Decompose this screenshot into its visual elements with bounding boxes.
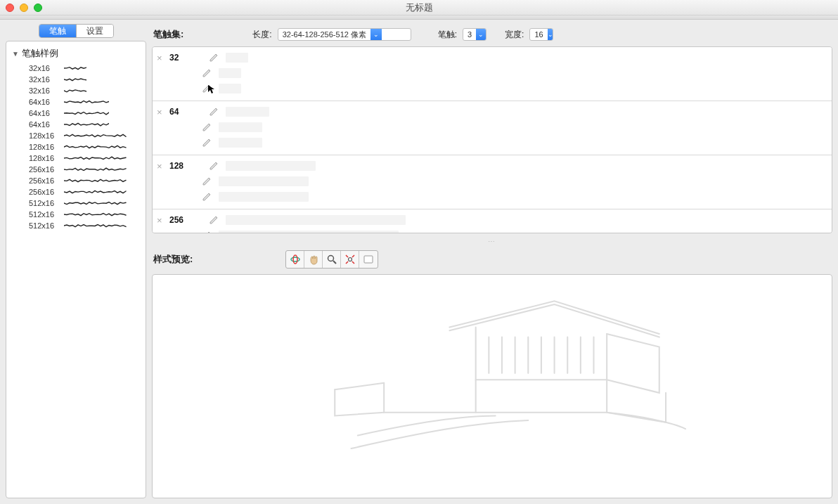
pencil-icon[interactable] — [202, 231, 212, 233]
stroke-bar[interactable] — [226, 215, 406, 225]
panel-resizer[interactable]: ⋯ — [152, 238, 832, 243]
pencil-icon[interactable] — [209, 107, 219, 117]
stroke-row[interactable] — [157, 81, 827, 96]
stroke-group-header: ×32 — [157, 51, 202, 65]
stroke-sample-row[interactable]: 128x16 — [9, 141, 143, 153]
svg-point-0 — [291, 257, 299, 261]
stroke-sample-row[interactable]: 512x16 — [9, 220, 143, 231]
pan-tool-button[interactable] — [304, 251, 323, 268]
stroke-sample-row[interactable]: 32x16 — [9, 85, 143, 96]
blank-tool-button[interactable] — [359, 251, 378, 268]
stroke-row[interactable] — [157, 119, 827, 135]
svg-point-1 — [293, 255, 297, 264]
stroke-sample-row[interactable]: 64x16 — [9, 108, 143, 119]
preview-header: 样式预览: — [152, 247, 832, 270]
stroke-sample-row[interactable]: 64x16 — [9, 119, 143, 130]
stroke-sample-row[interactable]: 128x16 — [9, 153, 143, 164]
stroke-bar[interactable] — [219, 68, 241, 78]
stroke-sample-row[interactable]: 64x16 — [9, 96, 143, 108]
stroke-group-header: ×128 — [157, 159, 202, 173]
length-select[interactable]: 32-64-128-256-512 像素 ⌄ — [278, 28, 411, 41]
stroke-bar[interactable] — [219, 176, 309, 186]
strokes-panel[interactable]: ×32×64×128×256 — [152, 46, 832, 233]
stroke-samples-title: 笔触样例 — [22, 47, 58, 60]
svg-point-4 — [348, 258, 352, 261]
pencil-icon[interactable] — [202, 192, 212, 202]
stroke-row[interactable] — [157, 174, 827, 189]
chevron-down-icon: ⌄ — [548, 29, 553, 40]
stroke-sample-row[interactable]: 32x16 — [9, 63, 143, 74]
sample-label: 512x16 — [29, 221, 60, 230]
stroke-row[interactable] — [157, 228, 827, 233]
stroke-bar[interactable] — [226, 107, 269, 117]
stroke-bar[interactable] — [226, 53, 248, 63]
zoom-extents-button[interactable] — [341, 251, 359, 268]
stroke-swatch — [64, 111, 109, 115]
pencil-icon[interactable] — [202, 68, 212, 78]
tab-stroke[interactable]: 笔触 — [39, 25, 76, 37]
pencil-icon[interactable] — [209, 215, 219, 225]
stroke-row[interactable]: ×32 — [157, 50, 827, 65]
chevron-down-icon: ⌄ — [370, 29, 382, 40]
width-select[interactable]: 16 ⌄ — [529, 28, 553, 41]
group-label: 256 — [169, 215, 191, 225]
stroke-bar[interactable] — [226, 161, 316, 171]
stroke-group: ×256 — [153, 209, 832, 233]
toolbar-separator — [0, 15, 838, 20]
orbit-tool-button[interactable] — [286, 251, 304, 268]
svg-line-3 — [333, 261, 336, 264]
stroke-row[interactable]: ×256 — [157, 212, 827, 228]
stroke-row[interactable] — [157, 65, 827, 81]
group-label: 64 — [169, 107, 191, 117]
stroke-set-header: 笔触集: 长度: 32-64-128-256-512 像素 ⌄ 笔触: 3 ⌄ … — [152, 24, 832, 42]
sample-label: 32x16 — [29, 75, 60, 84]
stroke-sample-row[interactable]: 128x16 — [9, 130, 143, 141]
pencil-icon[interactable] — [202, 138, 212, 148]
stroke-swatch — [64, 89, 86, 93]
chevron-down-icon: ⌄ — [476, 29, 486, 40]
pencil-icon[interactable] — [202, 176, 212, 186]
stroke-samples-header[interactable]: ▼ 笔触样例 — [9, 46, 143, 61]
stroke-bar[interactable] — [219, 138, 262, 148]
stroke-sample-row[interactable]: 512x16 — [9, 209, 143, 220]
pencil-icon[interactable] — [202, 122, 212, 132]
sidebar-panel: ▼ 笔触样例 32x1632x1632x1664x1664x1664x16128… — [6, 41, 146, 498]
stroke-row[interactable]: ×128 — [157, 158, 827, 174]
stroke-swatch — [64, 167, 127, 172]
stroke-bar[interactable] — [219, 192, 309, 202]
group-label: 32 — [169, 53, 191, 63]
stroke-swatch — [64, 145, 127, 149]
delete-group-button[interactable]: × — [157, 215, 165, 226]
stroke-sample-row[interactable]: 256x16 — [9, 175, 143, 186]
hand-icon — [308, 254, 319, 265]
pencil-icon[interactable] — [209, 161, 219, 171]
stroke-swatch — [64, 212, 127, 217]
delete-group-button[interactable]: × — [157, 53, 165, 63]
stroke-bar[interactable] — [219, 84, 241, 93]
delete-group-button[interactable]: × — [157, 161, 165, 172]
preview-panel[interactable] — [152, 274, 832, 498]
stroke-set-label: 笔触集: — [153, 28, 183, 41]
tab-settings[interactable]: 设置 — [76, 25, 113, 37]
stroke-row[interactable] — [157, 189, 827, 205]
sample-label: 128x16 — [29, 143, 60, 151]
delete-group-button[interactable]: × — [157, 107, 165, 117]
group-label: 128 — [169, 161, 191, 171]
stroke-swatch — [64, 179, 127, 183]
stroke-bar[interactable] — [219, 231, 399, 233]
stroke-sample-row[interactable]: 256x16 — [9, 186, 143, 198]
stroke-sample-row[interactable]: 256x16 — [9, 164, 143, 175]
sidebar-tabs: 笔触 设置 — [6, 24, 146, 38]
pencil-icon[interactable] — [202, 84, 212, 93]
stroke-sample-row[interactable]: 512x16 — [9, 198, 143, 209]
stroke-bar[interactable] — [219, 122, 262, 132]
zoom-tool-button[interactable] — [323, 251, 341, 268]
stroke-sample-row[interactable]: 32x16 — [9, 74, 143, 85]
stroke-count-select[interactable]: 3 ⌄ — [463, 28, 486, 41]
sample-label: 64x16 — [29, 98, 60, 106]
stroke-row[interactable]: ×64 — [157, 104, 827, 119]
pencil-icon[interactable] — [209, 53, 219, 63]
stroke-row[interactable] — [157, 135, 827, 150]
sample-label: 32x16 — [29, 64, 60, 72]
preview-drawing — [153, 275, 832, 498]
